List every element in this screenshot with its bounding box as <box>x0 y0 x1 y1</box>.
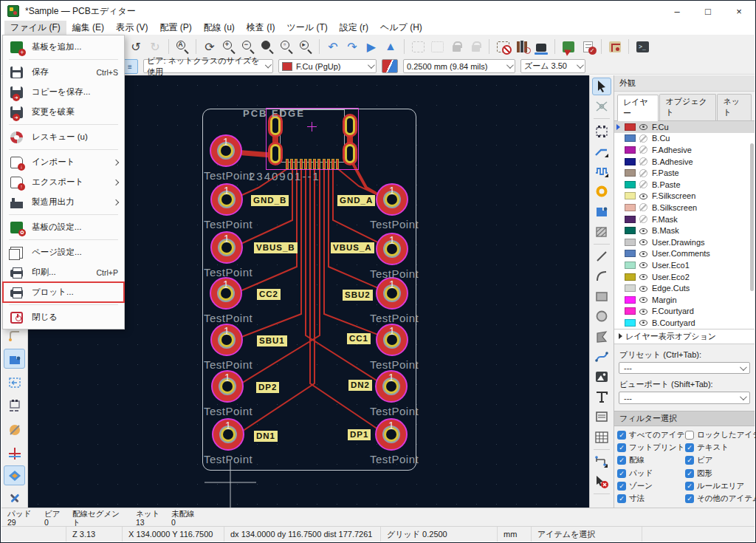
checkbox[interactable] <box>617 431 626 440</box>
testpoint-text[interactable]: TestPoint <box>370 218 419 230</box>
layer-row[interactable]: B.Silkscreen <box>614 202 755 214</box>
drc-icon[interactable] <box>579 38 597 55</box>
scripting-console-icon[interactable]: >_ <box>633 38 651 55</box>
checkbox[interactable] <box>617 494 626 503</box>
testpoint-text[interactable]: TestPoint <box>204 453 252 465</box>
menu-item-fabrication-outputs[interactable]: 製造用出力 <box>3 192 124 212</box>
net-label[interactable]: SBU1 <box>257 335 287 346</box>
testpoint-text[interactable]: TestPoint <box>370 405 419 417</box>
testpoint-text[interactable]: TestPoint <box>370 312 419 324</box>
testpoint-text[interactable]: TestPoint <box>204 312 252 324</box>
layer-swatch[interactable] <box>625 273 636 281</box>
draw-circle-icon[interactable] <box>592 307 611 325</box>
draw-rectangle-icon[interactable] <box>592 287 611 305</box>
testpoint-pad[interactable]: 1 <box>375 370 408 403</box>
visibility-eye-icon[interactable] <box>639 260 649 270</box>
redo-icon[interactable]: ↻ <box>146 38 164 55</box>
layer-row[interactable]: F.Mask <box>614 214 755 225</box>
testpoint-text[interactable]: TestPoint <box>204 218 252 230</box>
testpoint-pad[interactable]: 1 <box>375 418 408 451</box>
visibility-eye-icon[interactable] <box>639 249 649 259</box>
zone-display-mode-icon[interactable] <box>4 349 25 369</box>
menu-item-board-setup[interactable]: 基板の設定... <box>3 217 124 237</box>
net-label[interactable]: SBU2 <box>343 290 373 301</box>
filter-item[interactable]: 図形 <box>685 468 756 479</box>
layer-row[interactable]: F.Paste <box>614 167 755 179</box>
filter-item[interactable]: パッド <box>617 468 685 479</box>
net-label[interactable]: DP2 <box>256 382 279 393</box>
layer-row[interactable]: B.Courtyard <box>614 317 755 329</box>
layer-swatch[interactable] <box>625 262 636 269</box>
layer-swatch[interactable] <box>625 181 636 188</box>
viewport-dropdown[interactable]: --- <box>619 392 750 404</box>
checkbox[interactable] <box>685 456 694 465</box>
menu-item-plot[interactable]: プロット... <box>3 282 124 302</box>
visibility-eye-icon[interactable] <box>639 272 649 281</box>
layer-row[interactable]: B.Adhesive <box>614 156 755 168</box>
checkbox[interactable] <box>685 482 694 491</box>
testpoint-text[interactable]: TestPoint <box>370 358 419 371</box>
layer-row[interactable]: B.Cu <box>614 133 755 145</box>
ungroup-icon[interactable] <box>428 38 446 55</box>
visibility-eye-icon[interactable] <box>639 284 649 293</box>
tab-layers[interactable]: レイヤー <box>617 95 659 121</box>
add-image-icon[interactable] <box>592 368 611 386</box>
net-label[interactable]: GND_A <box>337 195 375 206</box>
filter-item[interactable]: 配線 <box>617 455 685 465</box>
layer-swatch[interactable] <box>625 123 636 131</box>
delete-tool-icon[interactable] <box>592 473 611 491</box>
checkbox[interactable] <box>685 469 694 478</box>
checkbox[interactable] <box>685 494 694 503</box>
visibility-eye-icon[interactable] <box>639 307 649 316</box>
preset-dropdown[interactable]: --- <box>619 362 750 375</box>
visibility-eye-icon[interactable] <box>639 191 649 201</box>
layer-swatch[interactable] <box>625 169 636 177</box>
3d-viewer-icon[interactable] <box>532 38 550 55</box>
add-table-icon[interactable] <box>592 428 611 446</box>
filter-item[interactable]: フットプリント <box>617 443 685 453</box>
testpoint-text[interactable]: TestPoint <box>370 453 419 465</box>
search-icon[interactable]: A <box>173 38 191 55</box>
tab-objects[interactable]: オブジェクト <box>659 94 716 120</box>
checkbox[interactable] <box>685 431 694 440</box>
via-size-dropdown[interactable]: ビア: ネットクラスのサイズを使用 <box>143 59 273 73</box>
testpoint-pad[interactable]: 1 <box>210 324 243 356</box>
add-via-icon[interactable] <box>592 182 611 200</box>
track-width-dropdown[interactable]: 0.2500 mm (9.84 mils) <box>403 59 515 73</box>
menu-item-save[interactable]: 保存Ctrl+S <box>3 62 124 82</box>
menu-item-print[interactable]: 印刷...Ctrl+P <box>3 262 124 282</box>
testpoint-pad[interactable]: 1 <box>376 277 408 310</box>
inactive-layer-dim-icon[interactable] <box>4 465 25 485</box>
menu-preferences[interactable]: 設定 (r) <box>334 21 374 35</box>
filter-item[interactable]: ルールエリア <box>685 481 756 491</box>
menu-item-export[interactable]: エクスポート <box>3 172 124 192</box>
zoom-fit-icon[interactable] <box>258 38 276 55</box>
menu-item-append-board[interactable]: 基板を追加... <box>3 37 124 57</box>
drawing-sheet-hide-icon[interactable] <box>4 420 25 440</box>
layer-swatch[interactable] <box>625 204 636 211</box>
layer-swatch[interactable] <box>625 319 636 327</box>
refresh-icon[interactable]: ⟳ <box>201 38 219 55</box>
testpoint-text[interactable]: TestPoint <box>204 405 252 417</box>
zoom-objects-icon[interactable]: ▫ <box>278 38 295 55</box>
net-label[interactable]: CC2 <box>257 289 281 300</box>
footprint-ref-text[interactable]: 2340901--1 <box>249 170 320 182</box>
layer-row[interactable]: F.Silkscreen <box>614 191 755 202</box>
menu-route[interactable]: 配線 (u) <box>198 21 241 35</box>
layer-swatch[interactable] <box>625 158 636 165</box>
visibility-eye-icon[interactable] <box>639 214 649 224</box>
draw-bezier-icon[interactable] <box>592 348 611 366</box>
filter-item[interactable]: 寸法 <box>617 494 685 504</box>
footprint-browser-icon[interactable] <box>513 38 531 55</box>
layer-swatch[interactable] <box>625 239 636 246</box>
layer-list-scrollbar[interactable] <box>750 143 754 291</box>
draw-polygon-icon[interactable] <box>592 328 611 346</box>
checkbox[interactable] <box>617 469 626 478</box>
layer-row[interactable]: User.Drawings <box>614 236 755 248</box>
add-textbox-icon[interactable] <box>592 408 611 426</box>
visibility-eye-icon[interactable] <box>639 318 649 327</box>
flip-board-icon[interactable]: ▶ <box>362 38 380 55</box>
net-label[interactable]: VBUS_B <box>254 242 298 253</box>
zoom-in-icon[interactable]: + <box>220 38 238 55</box>
testpoint-pad[interactable]: 1 <box>212 418 244 451</box>
